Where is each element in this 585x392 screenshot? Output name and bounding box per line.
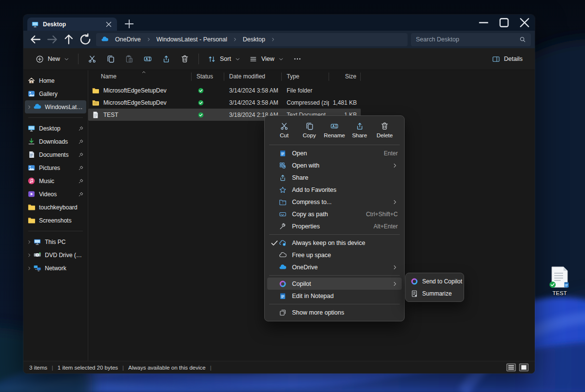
context-menu-item[interactable]: Open Enter [267,147,402,159]
sidebar-item[interactable]: Documents [25,148,86,161]
sidebar-item-icon [27,90,36,98]
chevron-right-icon[interactable] [268,37,278,42]
cut-button[interactable] [83,52,101,66]
context-menu-item[interactable]: Edit in Notepad [267,290,402,302]
breadcrumb-item[interactable]: Desktop [240,35,268,44]
sidebar-item[interactable]: touchkeyboard [25,201,86,214]
search-input[interactable] [416,36,519,43]
breadcrumb[interactable]: OneDrive WindowsLatest - Personal Deskto… [96,33,408,46]
context-menu-item[interactable]: OneDrive [267,261,402,273]
file-row[interactable]: MicrosoftEdgeSetupDev 3/14/2024 3:58 AM … [88,84,361,96]
column-header-name[interactable]: Name [88,73,192,81]
close-button[interactable] [514,15,535,31]
forward-button[interactable] [44,33,60,46]
sidebar-item-icon [33,251,41,259]
sidebar-item[interactable]: Screenshots [25,214,86,227]
chevron-right-icon[interactable] [230,37,240,42]
copilot-submenu: Send to Copilot Summarize [405,273,464,302]
keyboard-shortcut: Ctrl+Shift+C [366,211,398,218]
sidebar-item[interactable]: WindowsLatest - Personal [25,100,86,113]
submenu-item-icon [410,278,418,285]
quick-action-button[interactable]: Rename [323,120,346,140]
pin-icon [78,126,84,131]
sidebar-item[interactable]: Desktop [25,122,86,135]
status-text: Always available on this device [128,365,206,371]
see-more-button[interactable] [288,52,307,66]
details-button[interactable]: Details [488,52,527,66]
view-button[interactable]: View [245,52,288,66]
submenu-item[interactable]: Send to Copilot [408,275,462,287]
back-button[interactable] [27,33,44,46]
chevron-down-icon [278,56,284,62]
rename-button[interactable] [138,52,157,66]
sort-button[interactable]: Sort [203,52,245,66]
quick-action-button[interactable]: Copy [298,120,321,140]
chevron-right-icon [392,163,398,168]
search-box[interactable] [411,33,531,46]
sidebar-item[interactable]: Network [25,261,86,275]
copy-icon [106,55,115,63]
context-menu-item[interactable]: Show more options [267,306,402,318]
onedrive-synced-icon [197,112,204,118]
sidebar-item-icon [27,190,36,198]
quick-action-icon [305,122,314,131]
submenu-item[interactable]: Summarize [408,287,462,299]
context-menu-item[interactable]: Copy as path Ctrl+Shift+C [267,208,402,220]
sidebar-item[interactable]: DVD Drive (D:) CCC [25,248,86,261]
new-tab-button[interactable] [123,18,136,30]
context-menu-item[interactable]: Add to Favorites [267,184,402,196]
context-menu-item[interactable]: Compress to... [267,196,402,208]
delete-button[interactable] [176,52,194,66]
sidebar-item[interactable]: Downloads [25,135,86,148]
menu-separator [269,275,400,276]
refresh-button[interactable] [77,33,94,46]
new-button[interactable]: New [31,52,74,66]
share-button[interactable] [157,52,176,66]
chevron-right-icon[interactable] [26,253,32,258]
ellipsis-icon [293,55,302,63]
sidebar-item[interactable]: Music [25,174,86,187]
context-menu-item[interactable]: Copilot [267,278,402,290]
column-header-type[interactable]: Type [282,73,329,81]
chevron-right-icon[interactable] [26,266,32,271]
details-view-toggle-icon[interactable] [506,363,516,372]
chevron-right-icon[interactable] [26,105,32,110]
copy-button[interactable] [101,52,120,66]
chevron-right-icon[interactable] [26,240,32,244]
sidebar-item[interactable]: Gallery [25,87,86,100]
menu-item-icon [279,210,287,218]
maximize-button[interactable] [494,15,514,31]
explorer-tab-desktop[interactable]: Desktop [27,18,117,31]
up-button[interactable] [60,33,77,46]
desktop-file-test[interactable]: TEST [546,266,573,296]
sidebar-item[interactable]: This PC [25,235,86,248]
paste-button[interactable] [120,52,138,66]
quick-action-button[interactable]: Delete [373,120,396,140]
sidebar-item[interactable]: Home [25,74,86,87]
quick-action-button[interactable]: Cut [273,120,295,140]
quick-action-button[interactable]: Share [349,120,371,140]
sidebar-item[interactable]: Pictures [25,161,86,174]
context-menu-item[interactable]: Free up space [267,249,402,261]
column-header-status[interactable]: Status [192,73,224,81]
tab-close-icon[interactable] [104,20,113,29]
desktop-icon [31,20,39,28]
cut-icon [88,55,97,63]
minimize-button[interactable] [473,15,494,31]
column-header-size[interactable]: Size [329,73,361,81]
menu-item-icon [279,309,287,317]
notepad-badge-icon [563,281,570,288]
breadcrumb-item[interactable]: WindowsLatest - Personal [154,35,230,44]
context-menu-item[interactable]: Always keep on this device [267,237,402,249]
breadcrumb-item[interactable]: OneDrive [113,35,143,44]
menu-item-icon [279,174,287,182]
context-menu-item[interactable]: Open with [267,159,402,171]
chevron-right-icon[interactable] [143,37,154,42]
sidebar-item-icon [27,203,36,211]
context-menu-item[interactable]: Properties Alt+Enter [267,220,402,232]
sidebar-item[interactable]: Videos [25,187,86,201]
icons-view-toggle-icon[interactable] [519,363,529,372]
context-menu-item[interactable]: Share [267,171,402,184]
column-header-date[interactable]: Date modified [224,73,282,81]
file-row[interactable]: MicrosoftEdgeSetupDev 3/14/2024 3:58 AM … [88,96,361,109]
